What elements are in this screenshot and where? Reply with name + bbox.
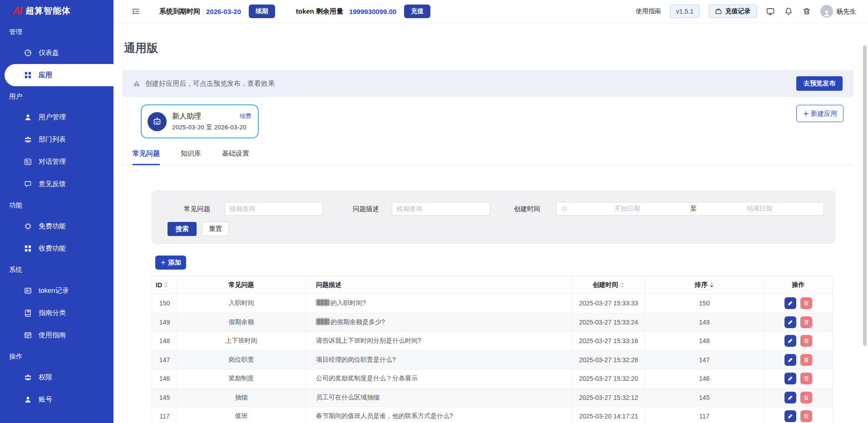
table-row: 117 值班 春节期间的值班人员是谁，他的联系方式是什么? 2025-03-20… <box>152 407 833 423</box>
tab-knowledge-base[interactable]: 知识库 <box>181 149 201 165</box>
sidebar-section-label: 功能 <box>0 195 113 215</box>
sidebar-item-account[interactable]: 账号 <box>0 389 113 411</box>
monitor-icon[interactable] <box>766 7 775 16</box>
avatar <box>820 5 833 18</box>
cell-question: 假期余额 <box>178 313 306 332</box>
app-renew-link[interactable]: 续费 <box>240 112 252 120</box>
cell-actions <box>764 369 833 389</box>
delete-button[interactable] <box>800 297 812 309</box>
filter-desc-input[interactable] <box>392 202 490 216</box>
tab-panel: 常见问题 问题描述 创建时间 开始日期 至 结束日期 <box>152 191 835 423</box>
sidebar-item-department-list[interactable]: 部门列表 <box>0 128 113 151</box>
delete-button[interactable] <box>800 316 812 328</box>
cell-description: 项目经理的岗位职责是什么? <box>306 351 572 370</box>
delete-button[interactable] <box>800 354 812 366</box>
delete-button[interactable] <box>800 392 812 403</box>
topbar-right: 使用指南 v1.5.1 充值记录 杨先生 <box>626 5 856 18</box>
sidebar-item-conversation-management[interactable]: 对话管理 <box>0 151 113 173</box>
edit-button[interactable] <box>784 410 796 422</box>
column-header-0[interactable]: ID <box>152 276 178 294</box>
search-button[interactable]: 搜索 <box>168 222 197 236</box>
cell-actions <box>764 389 833 408</box>
recharge-button[interactable]: 充值 <box>404 5 430 18</box>
edit-button[interactable] <box>784 316 796 328</box>
bell-icon[interactable] <box>784 7 793 16</box>
cell-id: 145 <box>152 389 178 408</box>
pencil-icon <box>787 413 794 419</box>
sidebar-item-permissions[interactable]: 权限 <box>0 366 113 389</box>
date-range-picker[interactable]: 开始日期 至 结束日期 <box>556 202 824 216</box>
sidebar-item-label: 免费功能 <box>39 222 66 231</box>
new-app-button[interactable]: 新建应用 <box>796 105 843 122</box>
trash-small-icon <box>803 319 809 325</box>
column-header-2: 问题描述 <box>306 276 572 294</box>
trash-small-icon <box>803 338 809 344</box>
version-badge[interactable]: v1.5.1 <box>670 5 699 18</box>
sidebar-item-feedback[interactable]: 意见反馈 <box>0 173 113 195</box>
sidebar-item-guide-category[interactable]: 指南分类 <box>0 302 113 324</box>
cell-actions <box>764 332 833 351</box>
topbar-left: 系统到期时间 2026-03-20 续期 token 剩余用量 19999300… <box>131 5 430 18</box>
delete-button[interactable] <box>800 410 812 422</box>
guide-link[interactable]: 使用指南 <box>636 7 661 15</box>
renew-button[interactable]: 续期 <box>249 5 275 18</box>
tabs: 常见问题知识库基础设置 <box>123 149 853 165</box>
delete-button[interactable] <box>800 335 812 347</box>
masked-text <box>316 318 330 325</box>
sidebar-item-user-guide[interactable]: 使用指南 <box>0 324 113 346</box>
page-title: 通用版 <box>124 40 853 55</box>
filter-question-input[interactable] <box>225 202 323 216</box>
pencil-icon <box>787 319 794 325</box>
sidebar-item-label: 权限 <box>39 373 52 382</box>
app-card[interactable]: 新人助理 续费 2025-03-20 至 2026-03-20 <box>141 104 259 138</box>
info-banner-left: 创建好应用后，可点击预览发布，查看效果 <box>133 79 275 88</box>
edit-button[interactable] <box>784 335 796 347</box>
plus-icon <box>803 110 809 117</box>
edit-button[interactable] <box>784 373 796 384</box>
edit-button[interactable] <box>784 354 796 366</box>
recharge-record-button[interactable]: 充值记录 <box>709 5 757 18</box>
add-button[interactable]: 添加 <box>155 256 186 270</box>
date-start-placeholder[interactable]: 开始日期 <box>568 205 687 213</box>
sidebar-item-paid-features[interactable]: 收费功能 <box>0 237 113 260</box>
reset-button[interactable]: 重置 <box>202 222 229 236</box>
cell-sort: 145 <box>645 389 764 408</box>
app-validity-dates: 2025-03-20 至 2026-03-20 <box>172 123 252 132</box>
user-menu[interactable]: 杨先生 <box>820 5 857 18</box>
cell-sort: 149 <box>645 313 764 332</box>
edit-button[interactable] <box>784 297 796 309</box>
clock-icon <box>561 206 568 212</box>
sidebar-item-token-records[interactable]: token记录 <box>0 280 113 302</box>
delete-button[interactable] <box>800 373 812 384</box>
guide-icon <box>24 331 32 339</box>
cell-description: 春节期间的值班人员是谁，他的联系方式是什么? <box>306 407 572 423</box>
preview-publish-button[interactable]: 去预览发布 <box>796 76 843 91</box>
app-name: 新人助理 <box>172 112 201 121</box>
sidebar-item-free-features[interactable]: 免费功能 <box>0 215 113 237</box>
cell-description: 的入职时间? <box>306 294 572 313</box>
username: 杨先生 <box>837 7 857 16</box>
trash-small-icon <box>803 357 809 363</box>
date-end-placeholder[interactable]: 结束日期 <box>700 205 819 213</box>
cell-actions <box>764 351 833 370</box>
sidebar-item-apps[interactable]: 应用 <box>5 64 113 86</box>
trash-icon[interactable] <box>802 7 811 16</box>
cell-question: 上下班时间 <box>178 332 306 351</box>
tab-faq[interactable]: 常见问题 <box>133 149 160 165</box>
collapse-menu-icon[interactable] <box>131 7 140 16</box>
vertical-scrollbar[interactable] <box>863 45 867 346</box>
cell-id: 148 <box>152 332 178 351</box>
table-body: 150 入职时间 的入职时间? 2025-03-27 15:33:33 150 … <box>152 294 833 423</box>
edit-button[interactable] <box>784 392 796 403</box>
sidebar-item-dashboard[interactable]: 仪表盘 <box>0 42 113 64</box>
cell-created-at: 2025-03-20 14:17:21 <box>572 407 645 423</box>
column-header-3[interactable]: 创建时间 <box>572 276 645 294</box>
table-row: 145 抽烟 员工可在什么区域抽烟 2025-03-27 15:32:12 14… <box>152 389 833 408</box>
column-header-4[interactable]: 排序 <box>645 276 764 294</box>
tab-basic-settings[interactable]: 基础设置 <box>222 149 249 165</box>
user-icon <box>24 113 32 122</box>
cell-id: 146 <box>152 369 178 389</box>
date-range-separator: 至 <box>687 205 700 213</box>
masked-text <box>316 299 330 306</box>
sidebar-item-user-management[interactable]: 用户管理 <box>0 106 113 128</box>
